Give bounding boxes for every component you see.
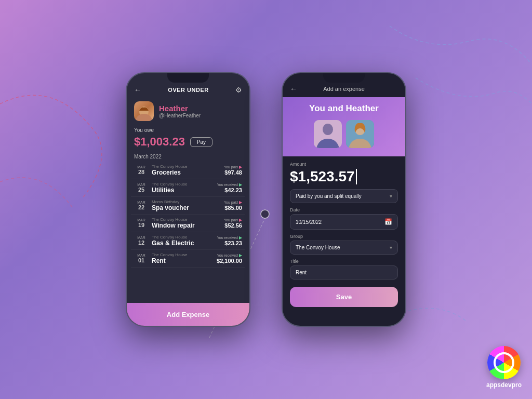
left-phone-notch — [167, 73, 209, 83]
form-area: Amount $1,523.57 Paid by you and split e… — [283, 156, 405, 312]
right-phone-notch — [323, 73, 365, 83]
profile-handle: @HeatherFeather — [159, 113, 201, 118]
split-type-value: Paid by you and split equally — [296, 193, 362, 199]
owe-amount-row: $1,003.23 Pay — [127, 134, 249, 152]
amount-label: Amount — [290, 162, 398, 167]
date-value: 10/15/2022 — [296, 219, 322, 225]
expense-date: MAR 25 — [134, 183, 149, 193]
list-item[interactable]: MAR 12 The Convoy House Gas & Electric Y… — [131, 232, 245, 250]
amount-value: $1,523.57 — [290, 168, 355, 185]
expense-list: MAR 28 The Convoy House Groceries You pa… — [127, 162, 249, 268]
expense-amount: You received ▶ $23.23 — [217, 235, 242, 246]
avatar-woman — [346, 120, 374, 148]
add-expense-label: Add Expense — [167, 311, 209, 318]
hero-banner: You and Heather — [283, 97, 405, 156]
right-phone: ← Add an expense You and Heather — [282, 72, 406, 327]
month-label: March 2022 — [127, 152, 249, 162]
profile-info: Heather @HeatherFeather — [159, 104, 201, 118]
group-dropdown-arrow-icon: ▾ — [390, 245, 392, 250]
back-icon[interactable]: ← — [134, 86, 141, 94]
group-dropdown[interactable]: The Convoy House ▾ — [290, 241, 398, 255]
avatar — [134, 101, 154, 121]
logo-icon — [487, 346, 521, 379]
owe-amount-value: $1,003.23 — [134, 135, 185, 149]
expense-info: The Convoy House Utilities — [149, 182, 217, 194]
settings-icon[interactable]: ⚙ — [235, 86, 242, 94]
expense-info: The Convoy House Rent — [149, 252, 217, 264]
list-item[interactable]: MAR 01 The Convoy House Rent You receive… — [131, 250, 245, 268]
svg-point-3 — [136, 114, 152, 121]
expense-info: The Convoy House Window repair — [149, 217, 224, 229]
expense-date: MAR 19 — [134, 218, 149, 228]
expense-amount: You received ▶ $42.23 — [217, 182, 242, 193]
list-item[interactable]: MAR 28 The Convoy House Groceries You pa… — [131, 162, 245, 179]
expense-amount: You paid ▶ $97.48 — [224, 165, 242, 176]
amount-display[interactable]: $1,523.57 — [290, 168, 398, 185]
you-owe-label: You owe — [127, 125, 249, 134]
add-expense-title: Add an expense — [323, 86, 365, 92]
date-field[interactable]: 10/15/2022 📅 — [290, 214, 398, 230]
title-label: Title — [290, 259, 398, 264]
expense-amount: You paid ▶ $85.00 — [224, 200, 242, 211]
expense-date: MAR 12 — [134, 236, 149, 246]
title-row: Title Rent — [290, 259, 398, 280]
cursor — [356, 169, 357, 184]
expense-date: MAR 01 — [134, 254, 149, 263]
logo-wrap: appsdevpro — [486, 346, 522, 389]
profile-section: Heather @HeatherFeather — [127, 98, 249, 125]
save-button[interactable]: Save — [290, 287, 398, 307]
phones-container: ← OVER UNDER ⚙ Heather @HeatherFeather — [0, 0, 532, 399]
hero-avatars — [290, 120, 398, 148]
date-row: Date 10/15/2022 📅 — [290, 207, 398, 230]
expense-amount: You paid ▶ $52.56 — [224, 218, 242, 229]
hero-title: You and Heather — [290, 103, 398, 114]
title-value: Rent — [296, 270, 307, 275]
date-label: Date — [290, 207, 398, 212]
group-value: The Convoy House — [296, 245, 340, 250]
right-back-icon[interactable]: ← — [290, 85, 297, 93]
list-item[interactable]: MAR 22 Moms Birthday Spa voucher You pai… — [131, 197, 245, 215]
expense-date: MAR 28 — [134, 165, 149, 175]
expense-amount: You received ▶ $2,100.00 — [217, 253, 242, 264]
expense-info: The Convoy House Groceries — [149, 164, 224, 176]
split-type-dropdown[interactable]: Paid by you and split equally ▾ — [290, 189, 398, 203]
group-row: Group The Convoy House ▾ — [290, 234, 398, 255]
expense-date: MAR 22 — [134, 201, 149, 210]
logo-text: appsdevpro — [486, 381, 522, 389]
split-dropdown-arrow-icon: ▾ — [390, 193, 392, 199]
expense-info: The Convoy House Gas & Electric — [149, 235, 217, 247]
pay-button[interactable]: Pay — [190, 137, 212, 147]
calendar-icon: 📅 — [384, 218, 392, 225]
list-item[interactable]: MAR 25 The Convoy House Utilities You re… — [131, 179, 245, 197]
list-item[interactable]: MAR 19 The Convoy House Window repair Yo… — [131, 215, 245, 232]
expense-info: Moms Birthday Spa voucher — [149, 200, 224, 211]
left-phone-title: OVER UNDER — [168, 87, 208, 93]
left-phone: ← OVER UNDER ⚙ Heather @HeatherFeather — [126, 72, 250, 327]
add-expense-bar[interactable]: Add Expense — [127, 303, 249, 326]
svg-point-5 — [323, 124, 333, 135]
avatar-man — [314, 120, 342, 148]
logo-inner — [494, 352, 514, 373]
group-label: Group — [290, 234, 398, 239]
title-field[interactable]: Rent — [290, 265, 398, 280]
profile-name: Heather — [159, 104, 201, 113]
